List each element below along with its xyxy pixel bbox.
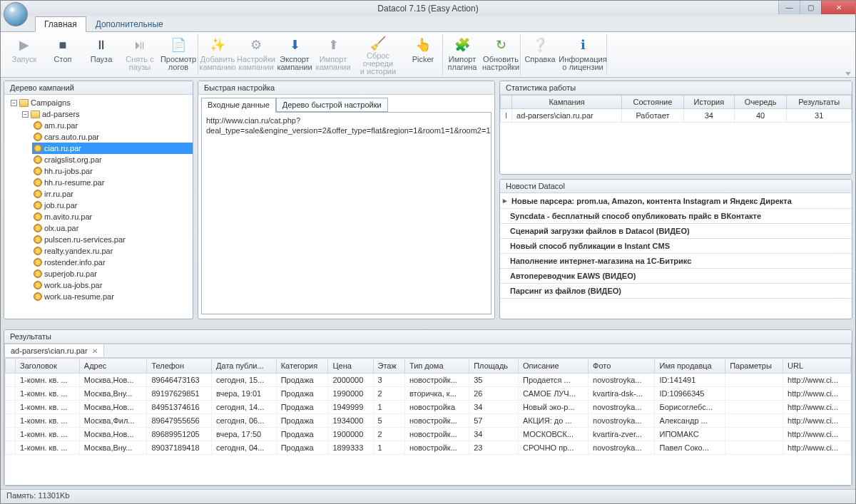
import-campaign-button[interactable]: ⬆Импорткампании: [314, 34, 352, 76]
tree-item[interactable]: job.ru.par: [32, 200, 193, 211]
results-col-header[interactable]: Категория: [276, 359, 328, 374]
gear-icon: ⚙: [246, 35, 266, 55]
tree-root[interactable]: −Campaigns: [9, 97, 193, 108]
quick-title: Быстрая настройка: [198, 81, 494, 95]
table-row[interactable]: 1-комн. кв. ...Москва,Фил...89647955656с…: [6, 414, 851, 428]
tree-title: Дерево кампаний: [4, 81, 193, 95]
collapse-icon[interactable]: −: [22, 111, 29, 118]
splitter[interactable]: :::::: [4, 322, 852, 326]
license-info-button[interactable]: ℹИнформацияо лицензии: [559, 34, 606, 76]
results-col-header[interactable]: Адрес: [79, 359, 147, 374]
stats-col-header[interactable]: Состояние: [622, 96, 684, 109]
news-item[interactable]: Парсинг из файлов (ВИДЕО): [500, 284, 852, 299]
tree-item[interactable]: irr.ru.par: [32, 188, 193, 200]
maximize-button[interactable]: ▢: [800, 1, 821, 14]
results-col-header[interactable]: Дата публи...: [212, 359, 277, 374]
campaign-settings-button[interactable]: ⚙Настройкикампании: [237, 34, 275, 76]
campaign-tree-panel: Дерево кампаний −Campaigns −ad-parsers a…: [4, 81, 193, 319]
table-row[interactable]: 1-комн. кв. ...Москва,Вну...89037189418с…: [6, 441, 851, 455]
tab-quick-tree[interactable]: Дерево быстрой настройки: [276, 98, 388, 112]
stats-col-header[interactable]: История: [683, 96, 734, 109]
stats-col-header[interactable]: Результаты: [787, 96, 852, 109]
tree-item[interactable]: rostender.info.par: [32, 257, 193, 268]
news-item[interactable]: Наполнение интернет-магазина на 1С-Битри…: [500, 254, 852, 269]
results-col-header[interactable]: URL: [783, 359, 851, 374]
results-col-header[interactable]: Параметры: [725, 359, 783, 374]
pause-button[interactable]: ⏸Пауза: [82, 34, 121, 76]
results-col-header[interactable]: Этаж: [373, 359, 404, 374]
tree-item[interactable]: hh.ru-jobs.par: [32, 165, 193, 177]
tree-item[interactable]: cian.ru.par: [32, 143, 193, 154]
tree-item[interactable]: craigslist.org.par: [32, 154, 193, 165]
results-table[interactable]: ЗаголовокАдресТелефонДата публи...Катего…: [5, 358, 851, 455]
stop-button[interactable]: ■Стоп: [44, 34, 82, 76]
news-title: Новости Datacol: [500, 180, 852, 193]
tree-folder[interactable]: −ad-parsers: [21, 108, 193, 120]
unpause-button[interactable]: ⏯Снять спаузы: [121, 34, 159, 76]
stats-row[interactable]: I ad-parsers\cian.ru.par Работает 34 40 …: [501, 109, 852, 123]
tab-main[interactable]: Главная: [35, 16, 86, 32]
tree-item[interactable]: olx.ua.par: [32, 222, 193, 234]
help-icon: ❔: [530, 35, 550, 55]
close-button[interactable]: ✕: [821, 1, 855, 14]
results-col-header[interactable]: Описание: [518, 359, 588, 374]
campaign-icon: [34, 258, 42, 267]
stats-col-header[interactable]: Кампания: [512, 96, 622, 109]
table-row[interactable]: 1-комн. кв. ...Москва,Нов...89646473163с…: [6, 374, 851, 387]
table-row[interactable]: 1-комн. кв. ...Москва,Нов...84951374616с…: [6, 401, 851, 414]
logs-button[interactable]: 📄Просмотрлогов: [159, 34, 198, 76]
results-panel: Результаты ad-parsers\cian.ru.par ✕ Заго…: [4, 329, 852, 486]
folder-icon: [31, 110, 40, 118]
plugin-icon: 🧩: [452, 35, 472, 55]
tree-item[interactable]: cars.auto.ru.par: [32, 131, 193, 143]
campaign-icon: [34, 144, 42, 153]
results-col-header[interactable]: Тип дома: [404, 359, 469, 374]
campaign-tree[interactable]: −Campaigns −ad-parsers am.ru.parcars.aut…: [4, 95, 193, 319]
tree-item[interactable]: hh.ru-resume.par: [32, 177, 193, 188]
stats-panel: Статистика работы КампанияСостояниеИстор…: [499, 81, 852, 175]
results-col-header[interactable]: Площадь: [469, 359, 519, 374]
start-button[interactable]: ▶Запуск: [5, 34, 44, 76]
input-data-textarea[interactable]: http://www.cian.ru/cat.php?deal_type=sal…: [201, 112, 491, 314]
tree-item[interactable]: realty.yandex.ru.par: [32, 245, 193, 257]
tab-input-data[interactable]: Входные данные: [201, 98, 276, 113]
results-tab[interactable]: ad-parsers\cian.ru.par ✕: [5, 344, 104, 357]
table-row[interactable]: 1-комн. кв. ...Москва,Нов...89689951205в…: [6, 428, 851, 441]
tab-extra[interactable]: Дополнительные: [86, 16, 173, 31]
campaign-icon: [34, 190, 42, 198]
tree-item[interactable]: work.ua-resume.par: [32, 291, 193, 302]
tree-item[interactable]: pulscen.ru-services.par: [32, 234, 193, 245]
minimize-button[interactable]: —: [778, 1, 800, 14]
import-plugin-button[interactable]: 🧩Импортплагина: [443, 34, 482, 76]
quick-settings-panel: Быстрая настройка Входные данные Дерево …: [198, 81, 495, 319]
tree-item[interactable]: work.ua-jobs.par: [32, 279, 193, 291]
news-item[interactable]: Сценарий загрузки файлов в Datacol (ВИДЕ…: [500, 224, 852, 239]
help-button[interactable]: ❔Справка: [521, 34, 559, 76]
news-list[interactable]: Новые парсера: prom.ua, Amazon, контента…: [500, 193, 852, 319]
news-item[interactable]: Syncdata - бесплатный способ опубликоват…: [500, 209, 852, 224]
stats-col-header[interactable]: Очередь: [734, 96, 787, 109]
news-item[interactable]: Автопереводчик EAWS (ВИДЕО): [500, 269, 852, 284]
results-col-header[interactable]: Цена: [328, 359, 373, 374]
reset-queue-button[interactable]: 🧹Сброс очередии истории: [352, 34, 404, 76]
table-row[interactable]: 1-комн. кв. ...Москва,Вну...89197629851в…: [6, 387, 851, 401]
results-col-header[interactable]: Имя продавца: [655, 359, 725, 374]
stats-table: КампанияСостояниеИсторияОчередьРезультат…: [500, 95, 852, 123]
update-settings-button[interactable]: ↻Обновитьнастройки: [482, 34, 520, 76]
results-col-header[interactable]: Фото: [588, 359, 655, 374]
export-campaign-button[interactable]: ⬇Экспорткампании: [275, 34, 314, 76]
results-col-header[interactable]: Заголовок: [16, 359, 80, 374]
tree-item[interactable]: m.avito.ru.par: [32, 211, 193, 222]
tree-item[interactable]: am.ru.par: [32, 120, 193, 131]
picker-button[interactable]: 👆Picker: [404, 34, 442, 76]
resume-icon: ⏯: [130, 35, 150, 55]
news-item[interactable]: Новые парсера: prom.ua, Amazon, контента…: [500, 193, 852, 209]
news-item[interactable]: Новый способ публикации в Instant CMS: [500, 239, 852, 254]
close-tab-icon[interactable]: ✕: [92, 347, 98, 355]
results-col-header[interactable]: Телефон: [147, 359, 212, 374]
titlebar[interactable]: Datacol 7.15 (Easy Action) — ▢ ✕: [1, 1, 855, 16]
collapse-icon[interactable]: −: [11, 100, 17, 106]
add-campaign-button[interactable]: ✨Добавитькампанию: [198, 34, 237, 76]
tree-item[interactable]: superjob.ru.par: [32, 268, 193, 279]
campaign-icon: [34, 121, 42, 130]
